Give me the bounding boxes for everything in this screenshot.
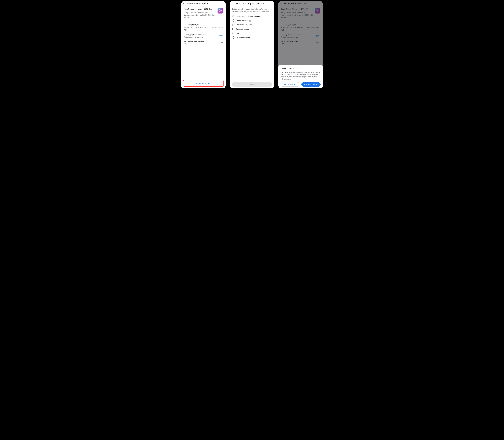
screen-cancel-reason: What's making you cancel? Before canceli… bbox=[230, 1, 274, 88]
reason-option-0[interactable]: I don't use this service enough bbox=[232, 15, 272, 17]
radio-icon bbox=[232, 28, 235, 30]
continue-button[interactable]: Continue bbox=[232, 82, 272, 87]
page-title: What's making you cancel? bbox=[236, 2, 264, 5]
primary-payment-heading: Primary payment method bbox=[184, 34, 204, 36]
confirm-cancel-button[interactable]: Cancel subscription bbox=[301, 82, 321, 87]
cancel-bottom-sheet: Cancel subscription? Your subscription w… bbox=[279, 65, 323, 88]
primary-payment-heading: Primary payment method bbox=[281, 34, 301, 36]
cast-icon bbox=[219, 9, 222, 13]
back-button[interactable] bbox=[280, 2, 283, 5]
back-button[interactable] bbox=[231, 2, 234, 5]
cast-icon bbox=[316, 9, 319, 13]
divider bbox=[184, 21, 223, 21]
upcoming-charges-row: Starting Jan 14, 2025, 8:06 PM PST $19.9… bbox=[184, 27, 223, 31]
reason-label: Other bbox=[236, 32, 240, 34]
content-area: Before canceling, let us know why you're… bbox=[230, 6, 274, 81]
primary-payment-method: Test card, always approves bbox=[184, 36, 204, 38]
reason-option-2[interactable]: Cost-related reasons bbox=[232, 24, 272, 26]
primary-payment-method: Test card, always approves bbox=[281, 36, 301, 38]
reason-option-4[interactable]: Other bbox=[232, 32, 272, 34]
divider bbox=[281, 21, 320, 21]
subscription-next-payment: Next payment: $19.99 on Jan 14, 2025, 8:… bbox=[281, 14, 313, 19]
app-icon bbox=[218, 8, 223, 14]
footer: Continue bbox=[230, 81, 274, 88]
backup-payment-method: None bbox=[184, 43, 204, 45]
backup-payment-row: Backup payment method None Set up bbox=[281, 41, 320, 45]
reason-option-3[interactable]: Technical issues bbox=[232, 28, 272, 30]
highlight-annotation: Cancel subscription bbox=[183, 80, 224, 87]
page-title: Manage subscription bbox=[284, 2, 306, 5]
cancel-intro-text: Before canceling, let us know why you're… bbox=[232, 8, 272, 13]
backup-payment-method: None bbox=[281, 43, 301, 45]
update-payment-link[interactable]: Update bbox=[315, 35, 320, 37]
radio-icon bbox=[232, 19, 235, 22]
sheet-actions: Keep subscription Cancel subscription bbox=[281, 82, 321, 87]
arrow-left-icon bbox=[183, 2, 185, 5]
reason-option-1[interactable]: I found a better app bbox=[232, 19, 272, 22]
sheet-title: Cancel subscription? bbox=[281, 67, 321, 70]
page-title: Manage subscription bbox=[187, 2, 209, 5]
reason-label: Cost-related reasons bbox=[236, 24, 252, 26]
update-payment-link[interactable]: Update bbox=[218, 35, 223, 37]
reason-label: Technical issues bbox=[236, 28, 249, 30]
upcoming-price-text: $19.99/30 minutes bbox=[307, 27, 320, 28]
screen-manage-subscription: Manage subscription Test: Screen Mirrori… bbox=[181, 1, 225, 88]
reason-label: Decline to answer bbox=[236, 37, 250, 39]
radio-icon bbox=[232, 24, 235, 26]
app-bar: Manage subscription bbox=[279, 1, 323, 6]
radio-icon bbox=[232, 15, 235, 17]
upcoming-start-text: Starting Jan 14, 2025, 8:06 PM PST bbox=[281, 27, 306, 31]
upcoming-charges-heading: Upcoming charges bbox=[281, 24, 320, 26]
subscription-next-payment: Next payment: $19.99 on Jan 14, 2025, 8:… bbox=[184, 14, 216, 19]
app-bar: Manage subscription bbox=[181, 1, 225, 6]
arrow-left-icon bbox=[280, 2, 282, 5]
radio-icon bbox=[232, 32, 235, 34]
cancel-subscription-button[interactable]: Cancel subscription bbox=[184, 81, 223, 85]
subscription-header-text: Test: Screen Mirroring - 1001 TVs Yearly… bbox=[281, 8, 313, 19]
upcoming-charges-row: Starting Jan 14, 2025, 8:06 PM PST $19.9… bbox=[281, 27, 320, 31]
subscription-name: Test: Screen Mirroring - 1001 TVs bbox=[281, 8, 313, 10]
reason-label: I found a better app bbox=[236, 20, 251, 22]
upcoming-start-text: Starting Jan 14, 2025, 8:06 PM PST bbox=[184, 27, 209, 31]
setup-backup-link[interactable]: Set up bbox=[316, 42, 320, 43]
app-bar: What's making you cancel? bbox=[230, 1, 274, 6]
subscription-plan: Yearly Subscription with Free Trial bbox=[184, 12, 216, 14]
upcoming-charges-heading: Upcoming charges bbox=[184, 24, 223, 26]
arrow-left-icon bbox=[231, 2, 234, 5]
app-icon bbox=[315, 8, 320, 14]
backup-payment-heading: Backup payment method bbox=[281, 41, 301, 42]
radio-icon bbox=[232, 36, 235, 39]
reason-option-5[interactable]: Decline to answer bbox=[232, 36, 272, 39]
keep-subscription-button[interactable]: Keep subscription bbox=[281, 82, 300, 87]
upcoming-price-text: $19.99/30 minutes bbox=[210, 27, 223, 28]
subscription-header: Test: Screen Mirroring - 1001 TVs Yearly… bbox=[281, 6, 320, 19]
backup-payment-row: Backup payment method None Set up bbox=[184, 41, 223, 45]
primary-payment-row: Primary payment method Test card, always… bbox=[281, 34, 320, 38]
reason-label: I don't use this service enough bbox=[236, 15, 260, 17]
primary-payment-row: Primary payment method Test card, always… bbox=[184, 34, 223, 38]
subscription-header-text: Test: Screen Mirroring - 1001 TVs Yearly… bbox=[184, 8, 216, 19]
reason-radio-group: I don't use this service enough I found … bbox=[232, 15, 272, 39]
footer: Cancel subscription bbox=[181, 79, 225, 88]
setup-backup-link[interactable]: Set up bbox=[219, 42, 223, 43]
subscription-header: Test: Screen Mirroring - 1001 TVs Yearly… bbox=[184, 6, 223, 19]
backup-payment-heading: Backup payment method bbox=[184, 41, 204, 42]
screen-cancel-confirm: Manage subscription Test: Screen Mirrori… bbox=[279, 1, 323, 88]
content-area: Test: Screen Mirroring - 1001 TVs Yearly… bbox=[181, 6, 225, 79]
subscription-plan: Yearly Subscription with Free Trial bbox=[281, 12, 313, 14]
back-button[interactable] bbox=[183, 2, 185, 5]
sheet-body-text: Your subscription will be canceled at th… bbox=[281, 71, 321, 80]
subscription-name: Test: Screen Mirroring - 1001 TVs bbox=[184, 8, 216, 10]
